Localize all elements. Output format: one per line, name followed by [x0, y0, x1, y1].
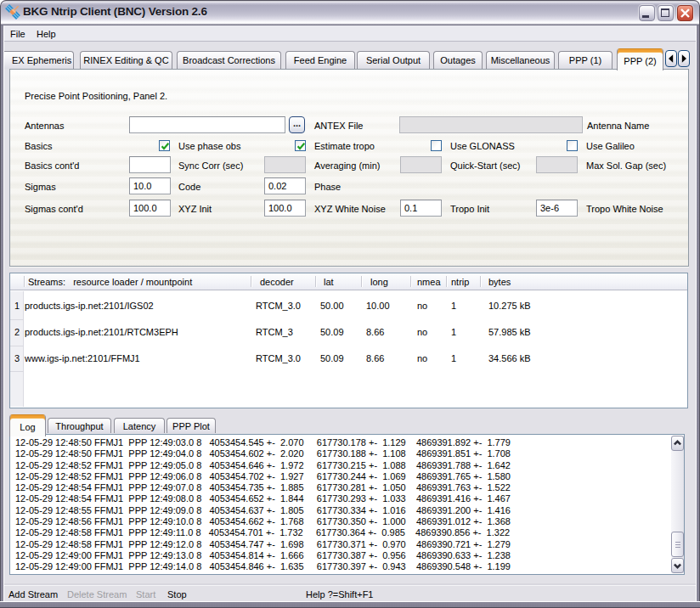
arrow-right-icon [679, 53, 689, 64]
col-decoder[interactable]: decoder [260, 277, 294, 287]
maximize-button[interactable] [658, 5, 674, 21]
minimize-icon [642, 15, 649, 18]
cell-long: 8.66 [366, 320, 384, 337]
quickstart-label: Quick-Start (sec) [450, 160, 521, 171]
tab-rinex-editing[interactable]: RINEX Editing & QC [80, 51, 172, 69]
col-long[interactable]: long [370, 277, 388, 287]
delete-stream-button[interactable]: Delete Stream [67, 589, 127, 600]
tab-scroll-left-button[interactable] [665, 50, 677, 67]
minimize-button[interactable] [639, 5, 655, 21]
scroll-down-button[interactable] [671, 558, 684, 573]
col-ntrip[interactable]: ntrip [451, 277, 469, 287]
start-button[interactable]: Start [136, 589, 155, 600]
col-mountpoint[interactable]: Streams: resource loader / mountpoint [28, 277, 192, 287]
antex-browse-button[interactable]: ... [289, 116, 305, 133]
xyz-init-input[interactable]: 100.0 [129, 200, 171, 217]
sigmas-contd-label: Sigmas cont'd [25, 204, 83, 214]
add-stream-button[interactable]: Add Stream [8, 589, 58, 600]
phase-label: Phase [314, 182, 341, 192]
tab-scroll-right-button[interactable] [678, 50, 690, 67]
window-border-right [696, 24, 700, 608]
cell-decoder: RTCM_3.0 [256, 294, 301, 311]
xyz-init-label: XYZ Init [178, 204, 212, 214]
tab-feed-engine[interactable]: Feed Engine [285, 51, 355, 69]
streams-table: Streams: resource loader / mountpoint de… [9, 273, 688, 408]
tab-miscellaneous[interactable]: Miscellaneous [486, 51, 555, 69]
column-separator [410, 276, 411, 287]
col-lat[interactable]: lat [324, 277, 334, 287]
tab-latency[interactable]: Latency [114, 418, 165, 433]
log-line: 12-05-29 12:48:58 FFMJ1 PPP 12:49:11.0 8… [15, 527, 510, 538]
cell-lat: 50.09 [320, 320, 344, 337]
tab-ppp-plot[interactable]: PPP Plot [167, 418, 216, 433]
cell-long: 8.66 [366, 346, 384, 363]
tab-serial-output[interactable]: Serial Output [357, 51, 430, 69]
use-phase-obs-checkbox[interactable] [159, 140, 170, 151]
client-area: EX Ephemeris RINEX Editing & QC Broadcas… [4, 45, 696, 604]
menu-help[interactable]: Help [37, 29, 56, 39]
column-separator [361, 276, 362, 287]
scroll-up-button[interactable] [671, 436, 684, 451]
sigmas-label: Sigmas [25, 182, 56, 192]
cell-ntrip: 1 [451, 294, 456, 311]
sigma-phase-input[interactable]: 0.02 [264, 177, 306, 194]
ppp2-panel: Precise Point Positioning, Panel 2. Ante… [9, 69, 689, 267]
basics-contd-label: Basics cont'd [25, 160, 79, 171]
tab-log[interactable]: Log [9, 414, 46, 436]
scroll-thumb[interactable] [671, 532, 684, 557]
antennas-input[interactable] [129, 116, 285, 133]
cell-nmea: no [417, 346, 427, 363]
col-nmea[interactable]: nmea [417, 277, 441, 287]
cell-bytes: 34.566 kB [488, 346, 531, 363]
cell-bytes: 57.985 kB [488, 320, 531, 337]
antenna-name-label: Antenna Name [587, 121, 649, 131]
estimate-tropo-checkbox[interactable] [295, 140, 306, 151]
maxsolgap-label: Max Sol. Gap (sec) [586, 160, 666, 171]
use-glonass-checkbox[interactable] [431, 140, 442, 151]
sync-corr-input[interactable] [129, 156, 171, 173]
use-galileo-checkbox[interactable] [567, 140, 578, 151]
cell-nmea: no [417, 294, 427, 311]
status-bar: Add Stream Delete Stream Start Stop Help… [4, 585, 696, 601]
tab-ppp-2[interactable]: PPP (2) [617, 48, 663, 70]
table-corner [10, 273, 24, 290]
maxsolgap-input [536, 156, 578, 173]
xyz-white-noise-input[interactable]: 100.0 [264, 200, 306, 217]
tab-outages[interactable]: Outages [433, 51, 483, 69]
log-line: 12-05-29 12:49:00 FFMJ1 PPP 12:49:14.0 8… [15, 561, 511, 571]
tropo-white-noise-input[interactable]: 3e-6 [536, 200, 578, 217]
col-bytes[interactable]: bytes [488, 277, 511, 287]
close-button[interactable] [677, 5, 693, 21]
row-number: 2 [10, 320, 24, 337]
cell-ntrip: 1 [451, 320, 456, 337]
use-glonass-label: Use GLONASS [450, 141, 515, 151]
log-line: 12-05-29 12:48:52 FFMJ1 PPP 12:49:06.0 8… [15, 471, 511, 481]
cell-long: 10.00 [366, 294, 390, 311]
basics-label: Basics [25, 141, 52, 151]
log-view[interactable]: 12-05-29 12:48:50 FFMJ1 PPP 12:49:03.0 8… [9, 434, 685, 575]
tab-ppp-1[interactable]: PPP (1) [558, 51, 612, 69]
window-titlebar: BKG Ntrip Client (BNC) Version 2.6 [0, 0, 700, 25]
row-number: 3 [10, 346, 24, 363]
cell-mountpoint: www.igs-ip.net:2101/FFMJ1 [25, 346, 140, 363]
code-label: Code [178, 182, 200, 192]
tab-rinex-ephemeris[interactable]: EX Ephemeris [0, 51, 74, 69]
top-tab-bar: EX Ephemeris RINEX Editing & QC Broadcas… [4, 45, 696, 70]
column-separator [315, 276, 316, 287]
menu-file[interactable]: File [10, 29, 25, 39]
use-galileo-label: Use Galileo [586, 141, 635, 151]
streams-table-header: Streams: resource loader / mountpoint de… [10, 273, 687, 290]
sigma-code-input[interactable]: 10.0 [129, 177, 171, 194]
tropo-white-noise-label: Tropo White Noise [586, 204, 663, 214]
close-icon [678, 6, 692, 20]
stop-button[interactable]: Stop [167, 589, 187, 600]
cell-decoder: RTCM_3 [256, 320, 293, 337]
tab-broadcast-corrections[interactable]: Broadcast Corrections [177, 51, 281, 69]
tab-throughput[interactable]: Throughput [48, 418, 111, 433]
log-scrollbar[interactable] [671, 436, 684, 573]
column-separator [480, 276, 481, 287]
log-line: 12-05-29 12:48:54 FFMJ1 PPP 12:49:08.0 8… [15, 493, 511, 504]
tropo-init-input[interactable]: 0.1 [400, 200, 442, 217]
antennas-label: Antennas [25, 121, 64, 131]
cell-nmea: no [417, 320, 427, 337]
